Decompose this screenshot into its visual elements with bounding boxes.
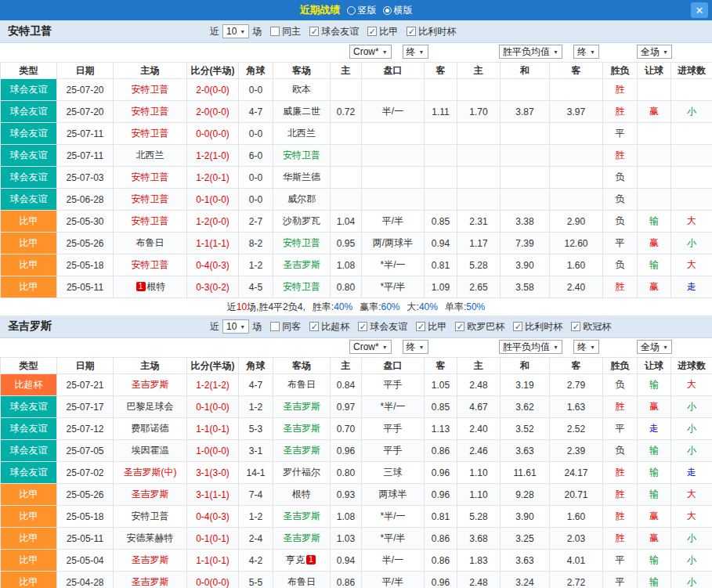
score-cell: 2-0(0-0) bbox=[187, 101, 239, 123]
scope-select[interactable]: 全场 bbox=[637, 340, 672, 354]
column-header: 类型 bbox=[1, 358, 57, 374]
filter-belgian-cup[interactable]: 比利时杯 bbox=[407, 25, 456, 38]
odds-stage-select[interactable]: 终 bbox=[403, 45, 428, 59]
eu-away-odds-cell: 1.60 bbox=[550, 254, 603, 276]
match-row: 比超杯25-07-21圣吉罗斯1-2(1-2)4-7布鲁日0.84平手1.052… bbox=[1, 374, 712, 396]
near-prefix-label: 近 bbox=[210, 320, 219, 334]
eu-draw-odds-cell bbox=[501, 167, 550, 189]
filter-champions-league[interactable]: 欧冠杯 bbox=[571, 320, 611, 334]
ah-away-odds-cell: 0.86 bbox=[425, 440, 457, 462]
odds-stage-value: 终 bbox=[407, 45, 416, 59]
team-name-text: 安特卫普 bbox=[132, 193, 169, 204]
avg-odds-select[interactable]: 胜平负均值 bbox=[499, 45, 562, 59]
eu-draw-odds-cell: 3.62 bbox=[501, 396, 550, 418]
match-count-select[interactable]: 10 bbox=[222, 319, 249, 334]
match-row: 比甲25-05-18安特卫普0-4(0-3)1-2圣吉罗斯1.08*半/一0.8… bbox=[1, 506, 712, 528]
avg-odds-select[interactable]: 胜平负均值 bbox=[499, 340, 562, 354]
match-count-select[interactable]: 10 bbox=[222, 24, 249, 38]
score-cell: 1-1(0-1) bbox=[187, 418, 239, 440]
odds-company-select[interactable]: Crow* bbox=[349, 45, 392, 59]
team-name-text: 布鲁日 bbox=[287, 576, 316, 587]
odds-stage-select[interactable]: 终 bbox=[403, 340, 428, 354]
summary-stats: 胜率:40%赢率:60%大:40%单率:50% bbox=[305, 301, 486, 314]
score-cell: 0-3(0-2) bbox=[187, 276, 239, 298]
eu-home-odds-cell: 2.46 bbox=[457, 440, 501, 462]
ah-away-odds-cell: 0.96 bbox=[425, 462, 457, 484]
layout-option-horizontal[interactable]: 横版 bbox=[383, 4, 413, 17]
match-row: 比甲25-05-26布鲁日1-1(1-1)8-2安特卫普0.95两/两球半0.9… bbox=[1, 233, 712, 254]
eu-home-odds-cell: 1.10 bbox=[457, 484, 501, 506]
filter-label: 同客 bbox=[282, 320, 301, 334]
score-cell: 0-4(0-3) bbox=[187, 506, 239, 528]
checkbox-icon bbox=[270, 27, 280, 36]
home-team-cell: 安特卫普 bbox=[114, 506, 187, 528]
scope-controls: 全场 bbox=[637, 340, 672, 354]
away-team-cell: 北西兰 bbox=[273, 123, 331, 145]
team-name-text: 费耶诺德 bbox=[132, 423, 169, 434]
home-team-cell: 北西兰 bbox=[114, 145, 187, 167]
match-row: 球会友谊25-07-11北西兰1-2(1-0)6-0安特卫普胜 bbox=[1, 145, 712, 167]
filter-same-home[interactable]: 同主 bbox=[270, 25, 301, 38]
team-name-text: 北西兰 bbox=[287, 128, 316, 139]
team-name-text: 安特卫普 bbox=[283, 237, 320, 248]
filter-friendly[interactable]: 球会友谊 bbox=[309, 25, 359, 38]
away-team-cell: 安特卫普 bbox=[273, 276, 331, 298]
filter-league[interactable]: 比甲 bbox=[416, 320, 446, 334]
filter-super-cup[interactable]: 比超杯 bbox=[309, 320, 349, 334]
filter-league[interactable]: 比甲 bbox=[367, 25, 398, 38]
ou-result-cell: 小 bbox=[671, 418, 712, 440]
column-header: 主 bbox=[457, 63, 501, 79]
summary-stat-label: 胜率: bbox=[313, 301, 334, 314]
team-name-text: 亨克 bbox=[286, 554, 305, 565]
checkbox-icon bbox=[455, 322, 464, 331]
column-header: 盘口 bbox=[362, 63, 425, 79]
away-team-cell: 布鲁日 bbox=[273, 374, 331, 396]
league-type-cell: 比甲 bbox=[1, 528, 57, 550]
filter-europa-league[interactable]: 欧罗巴杯 bbox=[455, 320, 504, 334]
result-cell: 平 bbox=[603, 233, 638, 254]
red-card-badge: 1 bbox=[136, 282, 146, 291]
column-header: 日期 bbox=[57, 63, 114, 79]
column-header: 让球 bbox=[638, 358, 671, 374]
layout-option-vertical[interactable]: 竖版 bbox=[347, 4, 377, 17]
league-type-cell: 比超杯 bbox=[1, 374, 57, 396]
filter-belgian-cup[interactable]: 比利时杯 bbox=[513, 320, 562, 334]
score-cell: 3-1(1-1) bbox=[187, 484, 239, 506]
summary-stat-value: 50% bbox=[466, 301, 485, 312]
eu-draw-odds-cell: 3.38 bbox=[501, 211, 550, 233]
eu-away-odds-cell: 24.17 bbox=[550, 462, 603, 484]
date-cell: 25-05-04 bbox=[57, 550, 114, 572]
layout-label-horizontal: 横版 bbox=[394, 4, 413, 17]
league-type-cell: 球会友谊 bbox=[1, 79, 57, 101]
summary-record: 场,胜4平2负4, bbox=[247, 301, 305, 314]
avg-odds-controls: 胜平负均值 终 bbox=[499, 45, 599, 59]
handicap-cell bbox=[362, 167, 425, 189]
home-team-cell: 费耶诺德 bbox=[114, 418, 187, 440]
eu-away-odds-cell bbox=[550, 189, 603, 211]
ah-home-odds-cell bbox=[331, 167, 362, 189]
team-name-text: 圣吉罗斯 bbox=[283, 445, 320, 456]
column-header: 客场 bbox=[273, 358, 331, 374]
section-st-gilloise: 圣吉罗斯 近 10 场 同客比超杯球会友谊比甲欧罗巴杯比利时杯欧冠杯 Crow*… bbox=[0, 316, 712, 588]
handicap-odds-controls: Crow* 终 bbox=[349, 340, 428, 354]
match-row: 球会友谊25-06-28安特卫普0-1(0-0)0-0威尔郡负 bbox=[1, 189, 712, 211]
odds-company-select[interactable]: Crow* bbox=[349, 340, 392, 354]
handicap-result-cell: 走 bbox=[638, 418, 671, 440]
result-cell: 胜 bbox=[603, 462, 638, 484]
filter-friendly[interactable]: 球会友谊 bbox=[358, 320, 407, 334]
team-name-text: 威尔郡 bbox=[287, 193, 316, 204]
handicap-cell: 两球半 bbox=[362, 484, 425, 506]
ah-away-odds-cell bbox=[425, 189, 457, 211]
close-button[interactable]: ✕ bbox=[691, 2, 708, 18]
filter-same-away[interactable]: 同客 bbox=[270, 320, 301, 334]
ou-result-cell: 大 bbox=[671, 374, 712, 396]
score-cell: 1-2(1-2) bbox=[187, 374, 239, 396]
league-type-cell: 球会友谊 bbox=[1, 145, 57, 167]
avg-stage-select[interactable]: 终 bbox=[573, 340, 599, 354]
scope-select[interactable]: 全场 bbox=[637, 45, 672, 59]
avg-stage-select[interactable]: 终 bbox=[573, 45, 599, 59]
score-cell: 0-0(0-0) bbox=[187, 123, 239, 145]
date-cell: 25-07-21 bbox=[57, 374, 114, 396]
scope-value: 全场 bbox=[641, 45, 660, 59]
corners-cell: 2-4 bbox=[239, 528, 273, 550]
